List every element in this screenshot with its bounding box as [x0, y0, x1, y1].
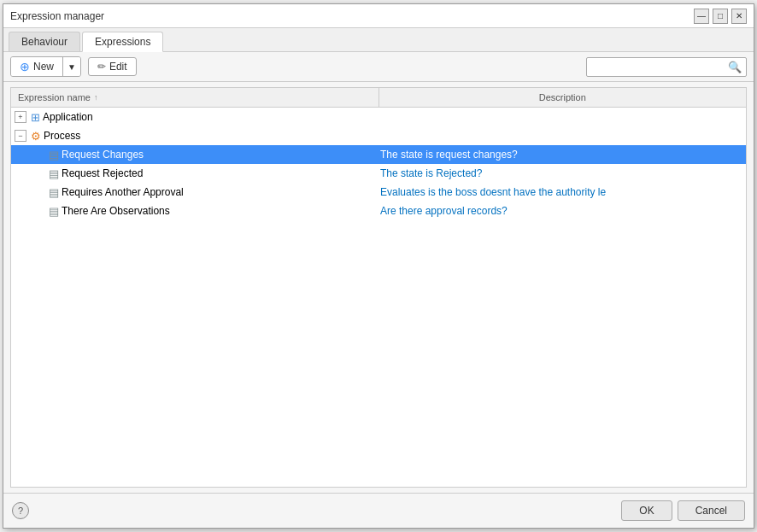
col-name-header: Expression name ↑ [11, 88, 379, 107]
edit-icon: ✏ [97, 61, 106, 73]
tab-expressions[interactable]: Expressions [82, 32, 163, 52]
help-button[interactable]: ? [12, 502, 29, 519]
close-button[interactable]: ✕ [731, 9, 747, 24]
new-button-group: ⊕ New ▼ [10, 56, 81, 77]
expr-icon-request-changes: ▤ [49, 149, 59, 161]
tab-behaviour[interactable]: Behaviour [9, 32, 80, 51]
title-bar: Expression manager — □ ✕ [3, 4, 754, 28]
search-button[interactable]: 🔍 [724, 58, 746, 76]
tree-row-process[interactable]: − ⚙ Process [11, 126, 746, 145]
application-label: Application [43, 111, 93, 123]
requires-another-desc: Evaluates is the boss doesnt have the au… [380, 186, 742, 198]
edit-button[interactable]: ✏ Edit [88, 57, 137, 76]
expression-manager-dialog: Expression manager — □ ✕ Behaviour Expre… [3, 3, 754, 529]
process-label: Process [44, 130, 80, 142]
plus-icon: ⊕ [20, 60, 30, 73]
window-controls: — □ ✕ [694, 9, 747, 24]
tree-row-there-are-observations[interactable]: ▤ There Are Observations Are there appro… [11, 202, 746, 220]
content-area: Expression name ↑ Description + ⊞ Applic… [10, 87, 747, 488]
expr-icon-requires-another: ▤ [49, 186, 59, 199]
request-rejected-desc: The state is Rejected? [380, 167, 742, 179]
expand-application[interactable]: + [15, 111, 26, 123]
tree-row-application[interactable]: + ⊞ Application [11, 108, 746, 126]
tree-row-request-changes[interactable]: ▤ Request Changes The state is request c… [11, 145, 746, 164]
expand-process[interactable]: − [15, 130, 26, 142]
expr-icon-request-rejected: ▤ [49, 167, 59, 180]
process-icon: ⚙ [31, 130, 41, 143]
minimize-button[interactable]: — [694, 9, 709, 24]
toolbar: ⊕ New ▼ ✏ Edit 🔍 [3, 52, 754, 82]
maximize-button[interactable]: □ [713, 9, 728, 24]
search-input[interactable] [587, 58, 724, 75]
footer: ? OK Cancel [3, 493, 754, 528]
tree-row-requires-another-approval[interactable]: ▤ Requires Another Approval Evaluates is… [11, 183, 746, 202]
tab-bar: Behaviour Expressions [3, 28, 754, 52]
observations-desc: Are there approval records? [380, 205, 742, 217]
new-dropdown-button[interactable]: ▼ [62, 57, 80, 76]
footer-buttons: OK Cancel [621, 500, 745, 521]
observations-label: There Are Observations [62, 205, 170, 217]
requires-another-label: Requires Another Approval [62, 186, 184, 198]
window-title: Expression manager [10, 10, 104, 22]
table-header: Expression name ↑ Description [11, 88, 746, 108]
expr-icon-observations: ▤ [49, 205, 59, 218]
new-button[interactable]: ⊕ New [11, 57, 62, 76]
cancel-button[interactable]: Cancel [678, 500, 745, 521]
tree-row-request-rejected[interactable]: ▤ Request Rejected The state is Rejected… [11, 164, 746, 183]
search-box: 🔍 [586, 57, 747, 77]
sort-icon: ↑ [94, 93, 98, 102]
request-changes-label: Request Changes [62, 149, 144, 161]
ok-button[interactable]: OK [621, 500, 672, 521]
request-changes-desc: The state is request changes? [380, 149, 742, 161]
application-icon: ⊞ [31, 111, 40, 124]
col-desc-header: Description [379, 88, 747, 107]
request-rejected-label: Request Rejected [62, 167, 143, 179]
